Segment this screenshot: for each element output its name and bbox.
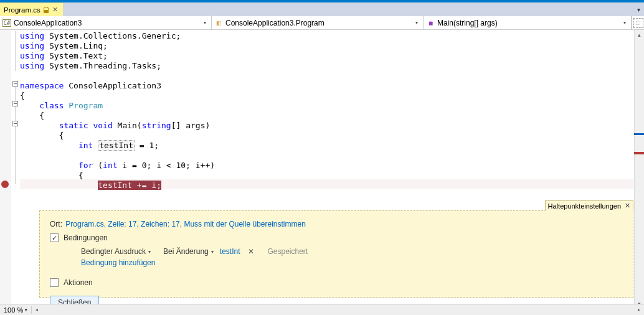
location-row: Ort: Program.cs, Zeile: 17, Zeichen: 17,…: [50, 220, 623, 228]
chevron-down-icon: ▾: [211, 249, 214, 255]
chevron-down-icon: ▾: [148, 249, 151, 255]
remove-condition-button[interactable]: ✕: [246, 247, 256, 256]
scroll-right-button[interactable]: ▸: [634, 305, 644, 315]
code-kw: int: [78, 141, 93, 150]
code-txt: Main(: [118, 121, 142, 130]
code-kw: using: [20, 31, 44, 40]
split-icon: ⬚: [633, 18, 643, 28]
outline-line: [15, 31, 16, 71]
condition-expression[interactable]: testInt: [220, 247, 240, 256]
breakpoint-gutter[interactable]: [0, 30, 11, 309]
highlighted-reference: testInt: [98, 140, 135, 151]
method-icon: ◼: [426, 19, 435, 27]
nav-project-dropdown[interactable]: C# ConsoleApplication3 ▾: [0, 16, 212, 29]
close-icon[interactable]: ✕: [51, 6, 59, 14]
nav-project-label: ConsoleApplication3: [14, 19, 82, 27]
nav-method-label: Main(string[] args): [437, 19, 498, 27]
document-tab-bar: Program.cs ✕ ▾: [0, 2, 644, 16]
actions-checkbox[interactable]: [50, 278, 59, 287]
horizontal-scrollbar[interactable]: ◂ ▸: [32, 305, 644, 315]
conditions-checkbox[interactable]: ✓: [50, 233, 59, 242]
csharp-project-icon: C#: [2, 19, 11, 27]
code-kw: using: [20, 41, 44, 50]
outline-collapse-button[interactable]: [12, 101, 18, 106]
tab-overflow-button[interactable]: ▾: [633, 2, 644, 16]
saved-label: Gespeichert: [267, 247, 308, 256]
tab-filename: Program.cs: [4, 6, 40, 14]
code-txt: System.Threading.Tasks;: [44, 61, 161, 70]
code-kw: string: [142, 121, 171, 130]
code-kw: static: [59, 121, 88, 130]
actions-label: Aktionen: [64, 278, 93, 287]
code-txt: System.Collections.Generic;: [44, 31, 181, 40]
class-icon: ◧: [214, 19, 223, 27]
code-txt: [] args): [171, 121, 211, 130]
conditions-label: Bedingungen: [64, 233, 108, 242]
zoom-label: 100 %: [4, 306, 23, 314]
breakpoint-marker[interactable]: [1, 181, 9, 188]
editor-status-bar: 100 % ▾ ◂ ▸: [0, 304, 644, 315]
code-txt: System.Linq;: [44, 41, 108, 50]
condition-when-dropdown[interactable]: Bei Änderung ▾: [163, 247, 214, 256]
chevron-down-icon: ▾: [204, 20, 209, 26]
code-kw: using: [20, 51, 44, 60]
chevron-down-icon: ▾: [623, 20, 628, 26]
scroll-left-button[interactable]: ◂: [32, 305, 42, 315]
split-view-button[interactable]: ⬚: [632, 16, 644, 29]
document-tab-program[interactable]: Program.cs ✕: [0, 2, 63, 16]
code-txt: System.Text;: [44, 51, 108, 60]
breakpoint-indicator: [634, 152, 644, 154]
code-txt: i = 0; i < 10; i++): [118, 161, 215, 170]
code-editor[interactable]: using System.Collections.Generic; using …: [0, 30, 644, 309]
code-kw: for: [78, 161, 93, 170]
close-icon[interactable]: ✕: [625, 202, 630, 210]
code-txt: {: [20, 91, 25, 100]
vertical-scrollbar[interactable]: ▴ ▾: [634, 30, 644, 309]
chevron-down-icon: ▾: [415, 20, 420, 26]
location-link[interactable]: Program.cs, Zeile: 17, Zeichen: 17, Muss…: [65, 220, 306, 228]
caret-indicator: [634, 133, 644, 135]
zoom-dropdown[interactable]: 100 % ▾: [0, 306, 32, 314]
condition-row: Bedingter Ausdruck ▾ Bei Änderung ▾ test…: [81, 247, 623, 256]
code-txt: {: [20, 171, 83, 180]
panel-header: Haltepunkteinstellungen ✕: [545, 200, 633, 211]
lock-icon: [44, 7, 48, 12]
code-kw: void: [93, 121, 112, 130]
code-txt: [20, 121, 59, 130]
nav-class-dropdown[interactable]: ◧ ConsoleApplication3.Program ▾: [212, 16, 424, 29]
location-label: Ort:: [50, 220, 62, 228]
code-kw: namespace: [20, 81, 64, 90]
code-txt: = 1;: [135, 141, 159, 150]
code-txt: {: [20, 131, 64, 140]
breakpoint-settings-panel: Haltepunkteinstellungen ✕ Ort: Program.c…: [39, 210, 633, 298]
chevron-down-icon: ▾: [25, 308, 27, 313]
breakpoint-line-bg: [20, 179, 644, 189]
code-kw: using: [20, 61, 44, 70]
add-condition-link[interactable]: Bedingung hinzufügen: [81, 258, 155, 267]
nav-class-label: ConsoleApplication3.Program: [225, 19, 324, 27]
outline-collapse-button[interactable]: [12, 81, 18, 87]
nav-method-dropdown[interactable]: ◼ Main(string[] args) ▾: [424, 16, 632, 29]
scroll-up-button[interactable]: ▴: [635, 30, 644, 40]
code-txt: ConsoleApplication3: [64, 81, 161, 90]
code-nav-bar: C# ConsoleApplication3 ▾ ◧ ConsoleApplic…: [0, 16, 644, 30]
outline-collapse-button[interactable]: [12, 121, 18, 126]
code-txt: {: [20, 111, 44, 120]
condition-type-dropdown[interactable]: Bedingter Ausdruck ▾: [81, 247, 151, 256]
code-kw: class: [20, 101, 64, 110]
panel-title: Haltepunkteinstellungen: [548, 202, 621, 210]
code-type: Program: [64, 101, 103, 110]
outline-margin[interactable]: [11, 30, 20, 309]
code-kw: int: [103, 161, 117, 170]
